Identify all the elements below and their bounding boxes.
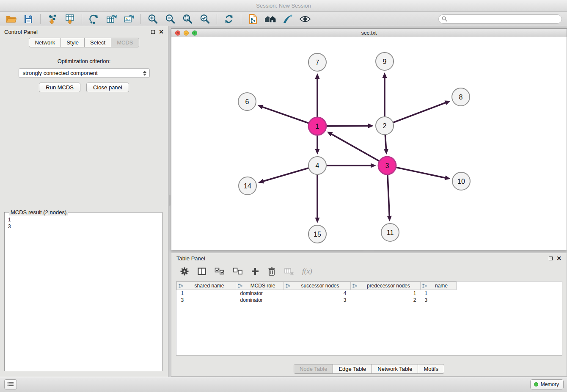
tab-motifs[interactable]: Motifs bbox=[418, 364, 444, 373]
criterion-select[interactable]: strongly connected component bbox=[19, 68, 150, 78]
zoom-fit-icon[interactable] bbox=[181, 13, 194, 25]
export-table-icon[interactable] bbox=[105, 13, 118, 25]
graph-edge-2-3[interactable] bbox=[385, 135, 386, 149]
column-header-name[interactable]: name bbox=[421, 282, 457, 290]
zoom-selected-icon[interactable] bbox=[198, 13, 212, 25]
add-row-icon[interactable] bbox=[251, 267, 259, 276]
table-panel-header: Table Panel ✕ bbox=[171, 253, 567, 263]
window-close-icon[interactable]: ✕ bbox=[175, 30, 180, 36]
graph-edge-3-1[interactable] bbox=[332, 134, 379, 161]
table-cell: dominator bbox=[236, 290, 284, 297]
column-header-predecessor-nodes[interactable]: predecessor nodes bbox=[351, 282, 421, 290]
graph-edge-1-6[interactable] bbox=[263, 107, 308, 123]
graph-edge-arrowhead bbox=[383, 72, 387, 78]
memory-label: Memory bbox=[541, 381, 559, 387]
tab-network-table[interactable]: Network Table bbox=[372, 364, 418, 373]
control-panel-header: Control Panel ✕ bbox=[0, 26, 168, 37]
tab-style[interactable]: Style bbox=[61, 38, 84, 47]
column-header-mcds-role[interactable]: MCDS role bbox=[236, 282, 284, 290]
open-file-icon[interactable] bbox=[4, 13, 18, 25]
column-type-icon bbox=[352, 284, 357, 290]
graph-edge-2-8[interactable] bbox=[394, 103, 446, 122]
style-paint-icon[interactable] bbox=[281, 13, 295, 25]
graph-edge-4-14[interactable] bbox=[263, 168, 308, 181]
zoom-out-icon[interactable] bbox=[163, 13, 177, 25]
graph-node-label: 6 bbox=[245, 98, 249, 105]
control-panel: Control Panel ✕ Network Style Select MCD… bbox=[0, 26, 168, 377]
task-history-button[interactable] bbox=[4, 379, 17, 389]
zoom-in-icon[interactable] bbox=[146, 13, 160, 25]
deselect-all-icon[interactable] bbox=[233, 268, 243, 275]
tab-mcds[interactable]: MCDS bbox=[111, 38, 138, 47]
mcds-result-line: 3 bbox=[8, 223, 159, 230]
delete-table-icon bbox=[284, 267, 294, 276]
network-document-icon[interactable] bbox=[246, 13, 260, 25]
network-window-titlebar: ✕ – + scc.txt bbox=[171, 29, 567, 37]
first-neighbors-icon[interactable] bbox=[264, 13, 277, 25]
table-cell: 4 bbox=[284, 290, 351, 297]
delete-row-icon[interactable] bbox=[267, 267, 276, 276]
apply-layout-icon[interactable] bbox=[222, 13, 236, 25]
save-session-icon[interactable] bbox=[22, 13, 35, 25]
table-header-row: shared name MCDS role successor nodes pr… bbox=[177, 282, 457, 290]
optimization-criterion-label: Optimization criterion: bbox=[0, 58, 168, 64]
criterion-select-value: strongly connected component bbox=[23, 70, 98, 76]
toolbar-search bbox=[438, 14, 562, 24]
graph-edge-arrowhead bbox=[258, 179, 264, 184]
table-cell: 1 bbox=[351, 290, 421, 297]
select-all-icon[interactable] bbox=[215, 268, 225, 275]
graph-edge-arrowhead bbox=[371, 163, 376, 168]
graph-edge-arrowhead bbox=[315, 218, 320, 223]
tab-network[interactable]: Network bbox=[29, 38, 61, 47]
column-header-shared-name[interactable]: shared name bbox=[177, 282, 236, 290]
close-table-panel-icon[interactable]: ✕ bbox=[556, 256, 561, 261]
graph-edge-arrowhead bbox=[258, 105, 264, 109]
float-table-panel-icon[interactable] bbox=[549, 257, 553, 260]
tab-edge-table[interactable]: Edge Table bbox=[333, 364, 372, 373]
column-header-successor-nodes[interactable]: successor nodes bbox=[284, 282, 351, 290]
graph-edge-arrowhead bbox=[384, 149, 388, 155]
import-table-icon[interactable] bbox=[63, 13, 77, 25]
toolbar-separator bbox=[140, 14, 141, 24]
network-canvas[interactable]: 7968124314101511 bbox=[171, 37, 567, 250]
list-icon bbox=[7, 381, 14, 388]
column-type-icon bbox=[238, 284, 242, 290]
gear-icon[interactable] bbox=[180, 267, 189, 276]
graph-edge-arrowhead bbox=[368, 124, 374, 128]
show-hide-icon[interactable] bbox=[298, 13, 312, 25]
graph-edge-1-2[interactable] bbox=[327, 126, 368, 126]
column-type-icon bbox=[179, 284, 183, 290]
export-image-icon[interactable] bbox=[122, 13, 135, 25]
table-panel-title: Table Panel bbox=[176, 255, 205, 262]
close-panel-button[interactable]: Close panel bbox=[86, 83, 129, 92]
app-title: Session: New Session bbox=[256, 3, 311, 9]
graph-node-label: 7 bbox=[316, 59, 319, 66]
mcds-result-list: 13 bbox=[8, 216, 159, 230]
table-row[interactable]: 1dominator411 bbox=[177, 290, 457, 297]
table-cell: 2 bbox=[351, 297, 421, 304]
close-panel-icon[interactable]: ✕ bbox=[159, 29, 164, 34]
graph-node-label: 15 bbox=[314, 231, 321, 238]
graph-edge-3-10[interactable] bbox=[396, 168, 445, 178]
toolbar-separator bbox=[40, 14, 41, 24]
select-arrows-icon bbox=[143, 71, 146, 76]
table-row[interactable]: 3dominator323 bbox=[177, 297, 457, 304]
table-cell: 3 bbox=[421, 297, 457, 304]
float-panel-icon[interactable] bbox=[151, 30, 155, 34]
search-icon bbox=[442, 16, 447, 23]
main-toolbar bbox=[0, 12, 567, 26]
window-minimize-icon[interactable]: – bbox=[184, 30, 189, 36]
window-zoom-icon[interactable]: + bbox=[192, 30, 197, 36]
columns-icon[interactable] bbox=[197, 267, 206, 276]
export-network-icon[interactable] bbox=[87, 13, 101, 25]
search-input[interactable] bbox=[438, 14, 562, 24]
memory-button[interactable]: Memory bbox=[530, 379, 564, 389]
tab-select[interactable]: Select bbox=[84, 38, 111, 47]
tab-node-table[interactable]: Node Table bbox=[294, 364, 333, 373]
table-toolbar: f(x) bbox=[171, 263, 567, 279]
import-network-icon[interactable] bbox=[46, 13, 59, 25]
graph-edge-3-11[interactable] bbox=[388, 175, 389, 216]
run-mcds-button[interactable]: Run MCDS bbox=[39, 83, 80, 92]
table-cell: dominator bbox=[236, 297, 284, 304]
graph-node-label: 10 bbox=[457, 178, 465, 185]
